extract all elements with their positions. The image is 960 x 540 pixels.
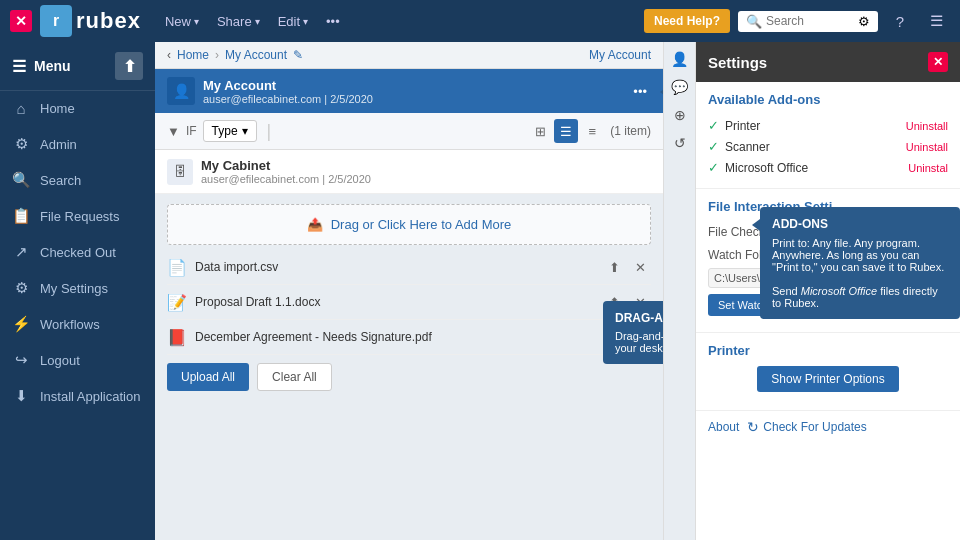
file-upload-btn[interactable]: ⬆ — [603, 256, 625, 278]
addon-printer: ✓ Printer Uninstall — [708, 115, 948, 136]
filter-if-label: IF — [186, 124, 197, 138]
home-icon: ⌂ — [12, 100, 30, 117]
table-row: 📝 Proposal Draft 1.1.docx ⬆ ✕ — [167, 285, 651, 320]
view-icon-list[interactable]: ☰ — [554, 119, 578, 143]
account-dots-button[interactable]: ••• — [629, 80, 651, 103]
topbar: ✕ r rubex New ▾ Share ▾ Edit ▾ ••• Need … — [0, 0, 960, 42]
file-list: 📄 Data import.csv ⬆ ✕ 📝 Proposal Draft 1… — [155, 250, 663, 355]
help-icon[interactable]: ? — [886, 7, 914, 35]
workflows-icon: ⚡ — [12, 315, 30, 333]
tooltip-title: DRAG-AND-DROP — [615, 311, 663, 325]
logo: r rubex — [40, 5, 141, 37]
menu-icon: ☰ — [12, 57, 26, 76]
search-box: 🔍 ⚙ — [738, 11, 878, 32]
cabinet-sub: auser@efilecabinet.com | 2/5/2020 — [201, 173, 371, 185]
settings-panel: Settings ✕ Available Add-ons ✓ Printer U… — [695, 42, 960, 540]
clear-all-button[interactable]: Clear All — [257, 363, 332, 391]
settings-title: Settings — [708, 54, 767, 71]
account-info: My Account auser@efilecabinet.com | 2/5/… — [203, 78, 621, 105]
sidebar-item-file-requests[interactable]: 📋 File Requests — [0, 198, 155, 234]
file-name: December Agreement - Needs Signature.pdf — [195, 330, 595, 344]
view-toggle: ⊞ ☰ ≡ — [528, 119, 604, 143]
check-for-updates-button[interactable]: ↻ Check For Updates — [747, 419, 866, 435]
check-icon: ✓ — [708, 118, 719, 133]
file-actions: ⬆ ✕ — [603, 256, 651, 278]
addon-name: Microsoft Office — [725, 161, 902, 175]
chat-icon[interactable]: 💬 — [667, 74, 693, 100]
history-icon[interactable]: ↺ — [667, 130, 693, 156]
sidebar-item-my-settings[interactable]: ⚙ My Settings — [0, 270, 155, 306]
sidebar-upload-button[interactable]: ⬆ — [115, 52, 143, 80]
file-requests-icon: 📋 — [12, 207, 30, 225]
uninstall-printer-button[interactable]: Uninstall — [906, 120, 948, 132]
cabinet-item[interactable]: 🗄 My Cabinet auser@efilecabinet.com | 2/… — [155, 150, 663, 194]
view-icon-grid[interactable]: ⊞ — [528, 119, 552, 143]
settings-header: Settings ✕ — [696, 42, 960, 82]
filter-type-dropdown[interactable]: Type ▾ — [203, 120, 257, 142]
search-input[interactable] — [766, 14, 854, 28]
dragdrop-tooltip: DRAG-AND-DROP Drag-and-drop files from y… — [603, 301, 663, 364]
upload-area[interactable]: 📤 Drag or Click Here to Add More — [167, 204, 651, 245]
available-addons-title: Available Add-ons — [708, 92, 948, 107]
nav-share[interactable]: Share ▾ — [209, 10, 268, 33]
sidebar: ☰ Menu ⬆ ⌂ Home ⚙ Admin 🔍 Search 📋 File … — [0, 42, 155, 540]
about-link[interactable]: About — [708, 420, 739, 434]
sidebar-item-label: Search — [40, 173, 81, 188]
account-email: auser@efilecabinet.com | 2/5/2020 — [203, 93, 621, 105]
sidebar-item-logout[interactable]: ↪ Logout — [0, 342, 155, 378]
close-button[interactable]: ✕ — [10, 10, 32, 32]
tooltip-body: Print to: Any file. Any program. Anywher… — [772, 237, 948, 309]
item-count: (1 item) — [610, 124, 651, 138]
cabinet-name: My Cabinet — [201, 158, 371, 173]
breadcrumb-home[interactable]: Home — [177, 48, 209, 62]
show-printer-options-button[interactable]: Show Printer Options — [757, 366, 898, 392]
sidebar-item-install-application[interactable]: ⬇ Install Application — [0, 378, 155, 414]
file-name: Data import.csv — [195, 260, 595, 274]
sidebar-item-label: Workflows — [40, 317, 100, 332]
sidebar-item-workflows[interactable]: ⚡ Workflows — [0, 306, 155, 342]
sidebar-item-home[interactable]: ⌂ Home — [0, 91, 155, 126]
left-content: ‹ Home › My Account ✎ My Account 👤 My Ac… — [155, 42, 663, 540]
checked-out-icon: ↗ — [12, 243, 30, 261]
more-menu-button[interactable]: ••• — [318, 10, 348, 33]
sidebar-item-checked-out[interactable]: ↗ Checked Out — [0, 234, 155, 270]
account-icon: 👤 — [167, 77, 195, 105]
cabinet-icon: 🗄 — [167, 159, 193, 185]
back-icon[interactable]: ‹ — [167, 48, 171, 62]
edit-icon[interactable]: ✎ — [293, 48, 303, 62]
uninstall-office-button[interactable]: Uninstal — [908, 162, 948, 174]
logo-icon: r — [40, 5, 72, 37]
sidebar-item-search[interactable]: 🔍 Search — [0, 162, 155, 198]
breadcrumb-account[interactable]: My Account — [225, 48, 287, 62]
account-header: 👤 My Account auser@efilecabinet.com | 2/… — [155, 69, 663, 113]
nav-new[interactable]: New ▾ — [157, 10, 207, 33]
upload-all-button[interactable]: Upload All — [167, 363, 249, 391]
my-account-tab-label: My Account — [589, 48, 651, 62]
sidebar-item-label: Logout — [40, 353, 80, 368]
need-help-button[interactable]: Need Help? — [644, 9, 730, 33]
table-row: 📄 Data import.csv ⬆ ✕ — [167, 250, 651, 285]
sidebar-item-label: Checked Out — [40, 245, 116, 260]
hamburger-icon[interactable]: ☰ — [922, 7, 950, 35]
add-icon[interactable]: ⊕ — [667, 102, 693, 128]
addons-tooltip: ADD-ONS Print to: Any file. Any program.… — [760, 207, 960, 319]
main-layout: ☰ Menu ⬆ ⌂ Home ⚙ Admin 🔍 Search 📋 File … — [0, 42, 960, 540]
settings-close-button[interactable]: ✕ — [928, 52, 948, 72]
right-mini-bar: 👤 💬 ⊕ ↺ — [663, 42, 695, 540]
file-delete-btn[interactable]: ✕ — [629, 256, 651, 278]
addon-microsoft-office: ✓ Microsoft Office Uninstal — [708, 157, 948, 178]
breadcrumb: ‹ Home › My Account ✎ My Account — [155, 42, 663, 69]
file-name: Proposal Draft 1.1.docx — [195, 295, 595, 309]
profile-icon[interactable]: 👤 — [667, 46, 693, 72]
tooltip-body: Drag-and-drop files from your desktop to… — [615, 330, 663, 354]
nav-edit[interactable]: Edit ▾ — [270, 10, 316, 33]
uninstall-scanner-button[interactable]: Uninstall — [906, 141, 948, 153]
printer-section: Printer Show Printer Options — [696, 333, 960, 411]
action-buttons: Upload All Clear All DRAG-AND-DROP Drag-… — [155, 355, 663, 399]
refresh-icon: ↻ — [747, 419, 759, 435]
chevron-down-icon: ▾ — [194, 16, 199, 27]
sidebar-item-admin[interactable]: ⚙ Admin — [0, 126, 155, 162]
sidebar-item-label: Install Application — [40, 389, 140, 404]
view-icon-detail[interactable]: ≡ — [580, 119, 604, 143]
upload-icon: 📤 — [307, 217, 323, 232]
